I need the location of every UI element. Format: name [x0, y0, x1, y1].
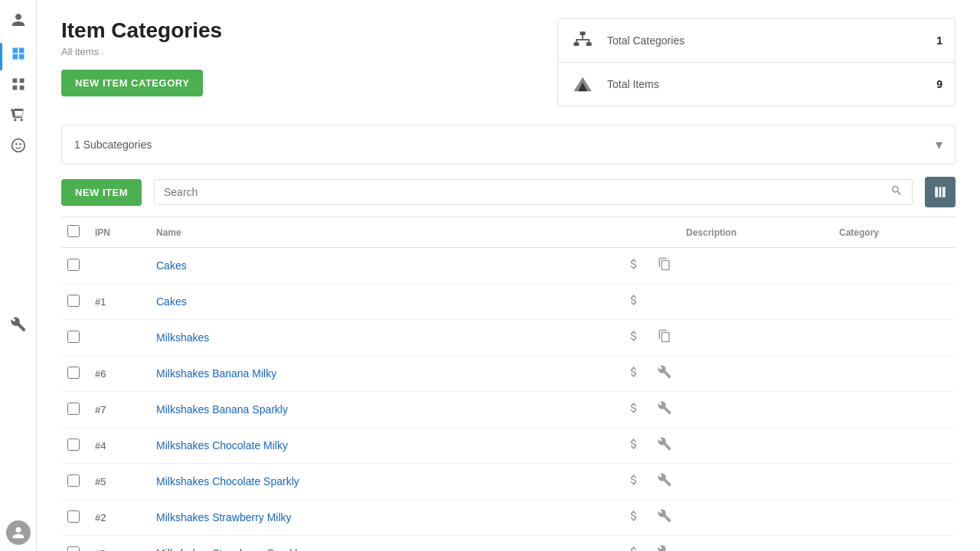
cell-description	[680, 392, 833, 428]
new-item-button[interactable]: NEW ITEM	[61, 179, 142, 206]
sidebar-item-face[interactable]	[5, 132, 32, 159]
cell-ipn: #2	[89, 500, 150, 536]
subcategories-dropdown[interactable]: 1 Subcategories ▾	[61, 125, 956, 165]
row-checkbox[interactable]	[67, 367, 80, 379]
total-items-label: Total Items	[607, 78, 924, 90]
tools-button[interactable]	[656, 471, 673, 491]
item-link[interactable]: Cakes	[156, 295, 187, 308]
dollar-button[interactable]	[626, 543, 642, 551]
chevron-down-icon: ▾	[936, 136, 942, 153]
table-row: #6Milkshakes Banana Milky	[61, 356, 956, 392]
dollar-button[interactable]	[626, 507, 642, 527]
total-items-value: 9	[936, 78, 942, 90]
row-checkbox[interactable]	[67, 510, 80, 523]
table-header-row: IPN Name Description Category	[61, 217, 956, 248]
cell-name: Milkshakes Chocolate Milky	[150, 428, 619, 464]
dollar-icon	[627, 437, 641, 451]
copy-icon	[658, 257, 671, 271]
item-link[interactable]: Milkshakes Strawberry Sparkly	[156, 547, 302, 551]
table-toolbar: NEW ITEM	[61, 177, 956, 207]
cell-description	[680, 320, 833, 356]
dollar-icon	[627, 329, 641, 343]
tools-icon	[11, 317, 26, 332]
item-link[interactable]: Milkshakes Banana Milky	[156, 367, 276, 380]
table-row: Milkshakes	[61, 320, 956, 356]
cell-action2	[649, 320, 680, 356]
cell-category	[833, 320, 956, 356]
page-subtitle: All items	[61, 46, 557, 57]
cell-ipn: #3	[89, 536, 150, 552]
row-checkbox[interactable]	[67, 331, 80, 343]
cell-action2	[649, 284, 680, 320]
cell-name: Milkshakes Chocolate Sparkly	[150, 464, 619, 500]
cell-dollar	[619, 500, 649, 536]
dashboard-icon	[11, 46, 26, 61]
dollar-button[interactable]	[626, 399, 642, 419]
dollar-button[interactable]	[626, 256, 642, 276]
dollar-button[interactable]	[626, 292, 642, 311]
item-link[interactable]: Milkshakes Chocolate Milky	[156, 439, 288, 452]
row-checkbox[interactable]	[67, 403, 80, 415]
cell-category	[833, 356, 956, 392]
cell-dollar	[619, 392, 649, 428]
sidebar-item-dashboard[interactable]	[5, 40, 32, 67]
new-item-category-button[interactable]: NEW ITEM CATEGORY	[61, 70, 203, 96]
search-input[interactable]	[164, 186, 890, 198]
svg-rect-3	[580, 31, 586, 35]
sidebar-item-cart[interactable]	[5, 101, 32, 129]
item-link[interactable]: Cakes	[156, 259, 187, 272]
svg-point-2	[19, 143, 21, 145]
item-link[interactable]: Milkshakes Chocolate Sparkly	[156, 475, 299, 487]
item-link[interactable]: Milkshakes Banana Sparkly	[156, 403, 288, 416]
cell-dollar	[619, 428, 649, 464]
tools-button[interactable]	[656, 507, 673, 527]
search-wrapper	[154, 179, 913, 205]
tools-button[interactable]	[656, 364, 673, 383]
header-name: Name	[150, 217, 619, 248]
items-icon	[570, 72, 595, 96]
total-categories-label: Total Categories	[607, 34, 924, 47]
cell-action2	[649, 464, 680, 500]
row-checkbox[interactable]	[67, 295, 80, 307]
item-link[interactable]: Milkshakes	[156, 331, 209, 344]
dollar-icon	[627, 257, 641, 271]
dollar-button[interactable]	[626, 435, 642, 455]
row-checkbox[interactable]	[67, 439, 80, 451]
cell-name: Cakes	[150, 248, 619, 284]
row-checkbox[interactable]	[67, 474, 80, 487]
wrench-icon	[658, 365, 671, 379]
sidebar-item-tools[interactable]	[5, 311, 32, 338]
dollar-button[interactable]	[626, 328, 642, 347]
cell-ipn: #7	[89, 392, 150, 428]
avatar[interactable]	[6, 520, 31, 545]
header-action2	[649, 217, 680, 248]
dollar-icon	[627, 545, 641, 551]
copy-button[interactable]	[656, 256, 673, 276]
tools-button[interactable]	[656, 543, 673, 551]
cell-category	[833, 284, 956, 320]
cell-description	[680, 536, 833, 552]
main-content: Item Categories All items NEW ITEM CATEG…	[37, 0, 980, 551]
row-checkbox[interactable]	[67, 259, 80, 271]
tools-button[interactable]	[656, 399, 673, 419]
cell-category	[833, 392, 956, 428]
sidebar-item-grid[interactable]	[5, 70, 32, 98]
tools-button[interactable]	[656, 435, 673, 455]
item-link[interactable]: Milkshakes Strawberry Milky	[156, 511, 292, 523]
copy-button[interactable]	[656, 328, 673, 347]
row-checkbox[interactable]	[67, 546, 80, 552]
view-toggle-button[interactable]	[925, 177, 956, 207]
cell-dollar	[619, 284, 649, 320]
sidebar-accent	[0, 43, 2, 70]
dollar-button[interactable]	[626, 471, 642, 491]
cell-description	[680, 500, 833, 536]
header-checkbox-cell	[61, 217, 89, 248]
cell-dollar	[619, 320, 649, 356]
dollar-button[interactable]	[626, 364, 642, 383]
header-description: Description	[680, 217, 833, 248]
select-all-checkbox[interactable]	[67, 225, 80, 237]
wrench-icon	[658, 401, 671, 415]
sidebar-item-user[interactable]	[5, 6, 32, 34]
stats-section: Total Categories 1 Total Items 9	[557, 18, 956, 106]
total-items-row: Total Items 9	[558, 63, 955, 106]
